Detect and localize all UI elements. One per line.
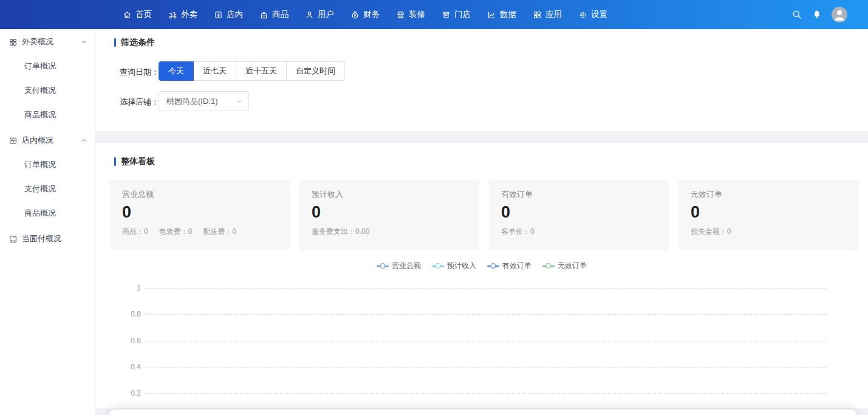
nav-label: 装修	[409, 9, 425, 20]
y-axis-tick: 0.6	[117, 337, 141, 345]
section-accent-bar	[114, 157, 116, 166]
shop-select-value: 桃园尚品(ID:1)	[166, 96, 218, 107]
stat-card-title: 无效订单	[691, 189, 846, 200]
shop-filter-label: 选择店铺：	[120, 97, 159, 108]
finance-icon	[350, 10, 360, 19]
stat-card-title: 营业总额	[122, 189, 278, 200]
legend-label: 有效订单	[502, 261, 531, 271]
search-icon[interactable]	[791, 9, 802, 20]
legend-marker-icon	[487, 263, 499, 269]
stat-cards: 营业总额 0 商品：0 包装费：0 配送费：0 预计收入 0 服务费支出：0.0…	[110, 180, 858, 250]
sidebar-item-takeout-order-overview[interactable]: 订单概况	[0, 54, 95, 78]
stat-detail: 客单价：0	[501, 227, 535, 237]
bell-icon[interactable]	[812, 10, 822, 19]
takeout-icon	[168, 10, 177, 19]
sidebar-item-takeout-payment-overview[interactable]: 支付概况	[0, 78, 95, 103]
sidebar-item-instore-order-overview[interactable]: 订单概况	[0, 153, 95, 177]
legend-marker-icon	[377, 263, 389, 269]
nav-right	[791, 0, 847, 29]
nav-item-stores[interactable]: 门店	[442, 9, 471, 20]
sidebar-item-label: 支付概况	[24, 85, 87, 96]
nav-label: 数据	[500, 9, 516, 20]
nav-label: 设置	[591, 9, 607, 20]
sidebar-group-takeout-overview[interactable]: 外卖概况	[0, 30, 95, 54]
nav-item-apps[interactable]: 应用	[533, 9, 562, 20]
chart-legend: 营业总额 预计收入 有效订单 无效订单	[95, 261, 868, 271]
nav-item-goods[interactable]: 商品	[259, 9, 289, 20]
gridline	[145, 288, 827, 289]
grid-icon	[9, 38, 18, 47]
nav-label: 用户	[318, 9, 334, 20]
stat-card-title: 有效订单	[501, 189, 657, 200]
date-option-today[interactable]: 今天	[159, 61, 194, 81]
stat-card-revenue: 营业总额 0 商品：0 包装费：0 配送费：0	[110, 180, 290, 250]
sidebar-item-label: 订单概况	[24, 159, 87, 170]
stat-card-title: 预计收入	[312, 189, 467, 200]
filter-section-title: 筛选条件	[114, 37, 155, 48]
legend-label: 营业总额	[392, 261, 421, 271]
filter-panel: 筛选条件 查询日期： 今天 近七天 近十五天 自定义时间 选择店铺： 桃园尚品(…	[95, 29, 868, 131]
nav-item-instore[interactable]: 店内	[214, 9, 243, 20]
date-option-custom-range[interactable]: 自定义时间	[286, 61, 345, 81]
sidebar-item-takeout-goods-overview[interactable]: 商品概况	[0, 103, 95, 127]
sidebar-item-instore-goods-overview[interactable]: 商品概况	[0, 201, 95, 225]
sidebar-item-label: 商品概况	[24, 208, 87, 219]
chevron-up-icon	[80, 38, 87, 46]
stat-detail: 包装费：0	[159, 227, 193, 237]
legend-item-revenue[interactable]: 营业总额	[377, 261, 421, 271]
nav-label: 门店	[454, 9, 471, 20]
gridline	[145, 393, 827, 394]
sidebar-item-label: 支付概况	[24, 183, 87, 194]
date-filter-label: 查询日期：	[120, 67, 159, 78]
stat-card-invalid-orders: 无效订单 0 损失金额：0	[678, 180, 858, 250]
nav-item-finance[interactable]: 财务	[350, 9, 380, 20]
instore-icon	[214, 10, 223, 19]
y-axis-tick: 0.2	[117, 389, 141, 397]
stat-detail: 损失金额：0	[691, 227, 731, 237]
avatar[interactable]	[832, 7, 847, 22]
section-title-text: 筛选条件	[121, 37, 155, 48]
sidebar-group-label: 当面付概况	[22, 233, 87, 244]
nav-item-users[interactable]: 用户	[305, 9, 334, 20]
decoration-icon	[396, 10, 405, 19]
home-icon	[123, 10, 132, 19]
sidebar-item-label: 商品概况	[24, 109, 87, 120]
sidebar: 外卖概况 订单概况 支付概况 商品概况 店内概况 订单概况 支付概况 商品概况 …	[0, 29, 95, 415]
top-navbar: 首页 外卖 店内 商品 用户 财务	[0, 0, 868, 29]
nav-item-home[interactable]: 首页	[123, 9, 152, 20]
stat-card-value: 0	[312, 203, 321, 222]
nav-item-decoration[interactable]: 装修	[396, 9, 425, 20]
gridline	[145, 341, 827, 341]
y-axis-tick: 0.4	[117, 363, 141, 371]
sidebar-group-label: 店内概况	[22, 135, 80, 146]
legend-marker-icon	[542, 263, 555, 269]
shop-select[interactable]: 桃园尚品(ID:1)	[159, 91, 249, 111]
date-option-last-7-days[interactable]: 近七天	[193, 61, 236, 81]
legend-item-invalid-orders[interactable]: 无效订单	[542, 261, 587, 271]
nav-label: 应用	[545, 9, 562, 20]
nav-item-data[interactable]: 数据	[487, 9, 516, 20]
nav-item-takeout[interactable]: 外卖	[168, 9, 197, 20]
sidebar-group-facepay-overview[interactable]: 当面付概况	[0, 227, 95, 251]
legend-label: 预计收入	[447, 261, 476, 271]
gridline	[145, 367, 827, 368]
nav-label: 店内	[227, 9, 243, 20]
overview-section-title: 整体看板	[114, 156, 155, 167]
date-option-last-15-days[interactable]: 近十五天	[236, 61, 287, 81]
y-axis-tick: 1	[117, 284, 141, 292]
chevron-down-icon	[236, 98, 243, 105]
legend-item-estimated-income[interactable]: 预计收入	[432, 261, 476, 271]
apps-icon	[533, 10, 542, 19]
nav-label: 外卖	[181, 9, 197, 20]
data-icon	[487, 10, 496, 19]
sidebar-item-label: 订单概况	[24, 61, 87, 72]
stat-detail: 配送费：0	[203, 227, 236, 237]
sidebar-item-instore-payment-overview[interactable]: 支付概况	[0, 177, 95, 201]
section-title-text: 整体看板	[121, 156, 155, 167]
nav-item-settings[interactable]: 设置	[578, 9, 607, 20]
sidebar-group-instore-overview[interactable]: 店内概况	[0, 128, 95, 153]
legend-item-valid-orders[interactable]: 有效订单	[487, 261, 531, 271]
gridline	[145, 314, 827, 315]
stat-card-value: 0	[501, 203, 510, 222]
facepay-icon	[9, 235, 18, 244]
